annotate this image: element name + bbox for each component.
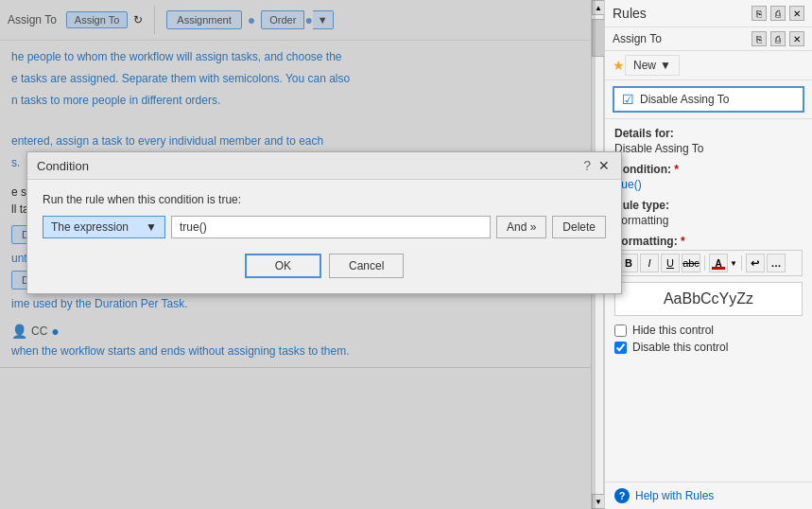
rules-titlebar: Rules ⎘ ⎙ ✕ [605,0,812,27]
color-bar [712,267,725,270]
rule-name: Disable Assing To [640,93,730,106]
rules-copy-button-2[interactable]: ⎙ [770,6,786,21]
rule-checkbox-icon: ☑ [622,92,634,107]
new-label: New [633,59,656,72]
formatting-toolbar: B I U abc A ▼ ↩ … [614,250,803,276]
font-preview: AaBbCcYyZz [614,282,803,316]
dialog-help-icon[interactable]: ? [583,158,591,173]
bold-button[interactable]: B [619,254,638,272]
italic-button[interactable]: I [640,254,659,272]
dialog-footer: OK Cancel [43,254,606,278]
disable-control-row: Disable this control [614,341,803,354]
hide-control-row: Hide this control [614,324,803,337]
new-dropdown-icon: ▼ [660,59,671,72]
delete-button[interactable]: Delete [552,216,606,238]
rule-type-field-label: Rule type: [614,199,803,212]
rules-assign-to-label: Assign To [613,32,662,45]
expression-select[interactable]: The expression ▼ [43,216,165,238]
new-button[interactable]: New ▼ [625,55,680,76]
undo-button[interactable]: ↩ [746,254,765,272]
rule-type-field-value: Formatting [614,214,803,227]
hide-control-label[interactable]: Hide this control [632,324,714,337]
strikethrough-button[interactable]: abc [682,254,700,272]
fmt-separator-2 [741,255,742,271]
rules-title: Rules [613,6,647,21]
rules-assign-to-section: Assign To ⎘ ⎙ ✕ [605,27,812,51]
rules-copy-button-1[interactable]: ⎘ [752,6,767,21]
dialog-subtitle: Run the rule when this condition is true… [43,193,606,206]
color-dropdown-icon[interactable]: ▼ [730,259,737,268]
more-button[interactable]: … [767,254,786,272]
dialog-close-button[interactable]: ✕ [596,158,612,173]
expression-label: The expression [51,220,129,234]
condition-field-value: true() [614,178,803,191]
dialog-controls: ? ✕ [583,158,612,173]
fmt-separator-1 [704,255,705,271]
details-for-value: Disable Assing To [614,142,803,155]
details-section: Details for: Disable Assing To Condition… [605,118,812,482]
rules-toolbar: ★ New ▼ [605,51,812,80]
help-link-label: Help with Rules [635,489,714,502]
condition-field-label: Condition: * [614,163,803,176]
rules-assign-copy-1[interactable]: ⎘ [752,31,767,46]
rules-assign-icons: ⎘ ⎙ ✕ [752,31,804,46]
help-link[interactable]: ? Help with Rules [605,482,812,509]
condition-row: The expression ▼ And » Delete [43,216,606,238]
cancel-button[interactable]: Cancel [329,254,404,278]
condition-dialog: Condition ? ✕ Run the rule when this con… [26,151,622,294]
formatting-label-text: Formatting: [614,235,678,248]
disable-control-label[interactable]: Disable this control [632,341,728,354]
formatting-field-label: Formatting: * [614,235,803,248]
dialog-titlebar: Condition ? ✕ [27,152,621,180]
disable-control-checkbox[interactable] [614,342,627,354]
and-button[interactable]: And » [496,216,546,238]
condition-label-text: Condition: [614,163,671,176]
expression-dropdown-icon: ▼ [146,220,157,234]
help-icon: ? [614,488,630,503]
dialog-body: Run the rule when this condition is true… [27,180,621,293]
rules-assign-copy-2[interactable]: ⎙ [770,31,786,46]
ok-button[interactable]: OK [245,254,321,278]
hide-control-checkbox[interactable] [614,325,627,337]
underline-button[interactable]: U [661,254,680,272]
font-color-button[interactable]: A [709,254,728,272]
star-icon: ★ [613,58,625,73]
rules-assign-delete[interactable]: ✕ [789,31,804,46]
rule-type-label-text: Rule type: [614,199,669,212]
formatting-required-star: * [681,235,685,248]
condition-input[interactable] [171,216,491,238]
dialog-title: Condition [37,159,89,173]
rules-window-controls: ⎘ ⎙ ✕ [752,6,804,21]
condition-required-star: * [674,163,679,176]
rules-delete-button[interactable]: ✕ [789,6,804,21]
details-for-label: Details for: [614,127,803,140]
rule-item[interactable]: ☑ Disable Assing To [613,86,804,113]
rules-panel: Rules ⎘ ⎙ ✕ Assign To ⎘ ⎙ ✕ ★ New ▼ ☑ Di… [604,0,812,509]
